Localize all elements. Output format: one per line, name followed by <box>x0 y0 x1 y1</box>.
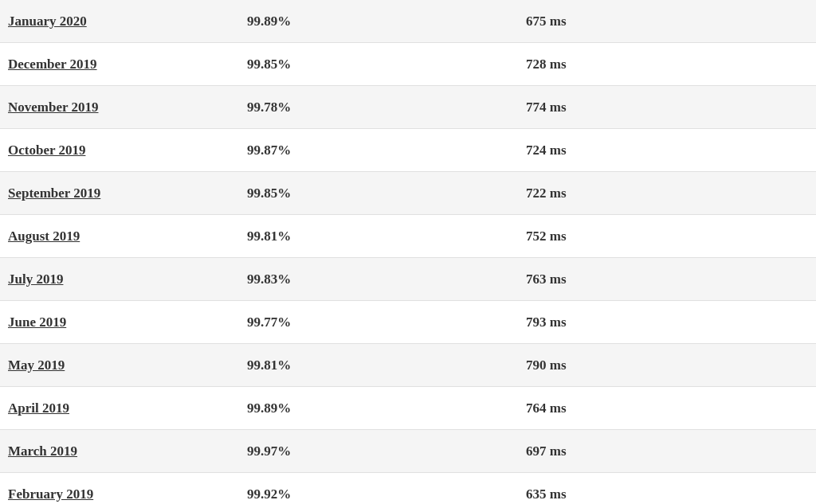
month-column: December 2019 <box>8 57 247 72</box>
month-column: May 2019 <box>8 357 247 373</box>
month-column: November 2019 <box>8 100 247 115</box>
uptime-column: 99.77% <box>247 315 526 330</box>
month-column: January 2020 <box>8 14 247 29</box>
uptime-column: 99.83% <box>247 272 526 287</box>
month-column: August 2019 <box>8 229 247 244</box>
month-link[interactable]: March 2019 <box>8 443 77 459</box>
response-value: 635 ms <box>526 486 567 502</box>
response-value: 774 ms <box>526 100 567 115</box>
uptime-value: 99.87% <box>247 143 291 158</box>
uptime-value: 99.92% <box>247 486 291 502</box>
month-link[interactable]: July 2019 <box>8 272 63 287</box>
table-row: June 2019 99.77% 793 ms <box>0 301 816 344</box>
table-row: August 2019 99.81% 752 ms <box>0 215 816 258</box>
month-column: September 2019 <box>8 186 247 201</box>
uptime-value: 99.89% <box>247 400 291 416</box>
uptime-column: 99.78% <box>247 100 526 115</box>
response-column: 790 ms <box>526 357 808 373</box>
table-row: October 2019 99.87% 724 ms <box>0 129 816 172</box>
table-row: July 2019 99.83% 763 ms <box>0 258 816 301</box>
response-value: 752 ms <box>526 229 567 244</box>
uptime-value: 99.83% <box>247 272 291 287</box>
response-column: 774 ms <box>526 100 808 115</box>
table-row: March 2019 99.97% 697 ms <box>0 430 816 473</box>
response-value: 790 ms <box>526 357 567 373</box>
month-link[interactable]: February 2019 <box>8 486 93 502</box>
table-row: December 2019 99.85% 728 ms <box>0 43 816 86</box>
response-value: 793 ms <box>526 315 567 330</box>
uptime-column: 99.89% <box>247 14 526 29</box>
response-value: 728 ms <box>526 57 567 72</box>
table-row: May 2019 99.81% 790 ms <box>0 344 816 387</box>
response-value: 763 ms <box>526 272 567 287</box>
uptime-table: January 2020 99.89% 675 ms December 2019… <box>0 0 816 504</box>
response-value: 697 ms <box>526 443 567 459</box>
response-column: 697 ms <box>526 443 808 459</box>
response-column: 728 ms <box>526 57 808 72</box>
month-column: October 2019 <box>8 143 247 158</box>
uptime-column: 99.81% <box>247 229 526 244</box>
response-column: 635 ms <box>526 486 808 502</box>
month-column: February 2019 <box>8 486 247 502</box>
table-row: February 2019 99.92% 635 ms <box>0 473 816 504</box>
response-value: 764 ms <box>526 400 567 416</box>
uptime-value: 99.89% <box>247 14 291 29</box>
month-link[interactable]: October 2019 <box>8 143 85 158</box>
response-column: 764 ms <box>526 400 808 416</box>
uptime-column: 99.87% <box>247 143 526 158</box>
month-column: July 2019 <box>8 272 247 287</box>
table-row: January 2020 99.89% 675 ms <box>0 0 816 43</box>
month-column: June 2019 <box>8 315 247 330</box>
uptime-column: 99.97% <box>247 443 526 459</box>
uptime-value: 99.81% <box>247 229 291 244</box>
month-link[interactable]: August 2019 <box>8 229 80 244</box>
uptime-column: 99.89% <box>247 400 526 416</box>
month-link[interactable]: January 2020 <box>8 14 87 29</box>
uptime-column: 99.85% <box>247 57 526 72</box>
response-value: 722 ms <box>526 186 567 201</box>
month-link[interactable]: September 2019 <box>8 186 100 201</box>
month-column: April 2019 <box>8 400 247 416</box>
response-value: 724 ms <box>526 143 567 158</box>
month-column: March 2019 <box>8 443 247 459</box>
response-column: 724 ms <box>526 143 808 158</box>
uptime-value: 99.85% <box>247 57 291 72</box>
month-link[interactable]: May 2019 <box>8 357 65 373</box>
uptime-value: 99.78% <box>247 100 291 115</box>
month-link[interactable]: June 2019 <box>8 315 66 330</box>
table-row: September 2019 99.85% 722 ms <box>0 172 816 215</box>
uptime-column: 99.81% <box>247 357 526 373</box>
uptime-value: 99.77% <box>247 315 291 330</box>
response-value: 675 ms <box>526 14 567 29</box>
month-link[interactable]: April 2019 <box>8 400 69 416</box>
uptime-column: 99.85% <box>247 186 526 201</box>
uptime-value: 99.81% <box>247 357 291 373</box>
table-row: November 2019 99.78% 774 ms <box>0 86 816 129</box>
response-column: 722 ms <box>526 186 808 201</box>
response-column: 763 ms <box>526 272 808 287</box>
uptime-value: 99.97% <box>247 443 291 459</box>
response-column: 752 ms <box>526 229 808 244</box>
uptime-column: 99.92% <box>247 486 526 502</box>
uptime-value: 99.85% <box>247 186 291 201</box>
response-column: 675 ms <box>526 14 808 29</box>
response-column: 793 ms <box>526 315 808 330</box>
month-link[interactable]: December 2019 <box>8 57 97 72</box>
month-link[interactable]: November 2019 <box>8 100 98 115</box>
table-row: April 2019 99.89% 764 ms <box>0 387 816 430</box>
